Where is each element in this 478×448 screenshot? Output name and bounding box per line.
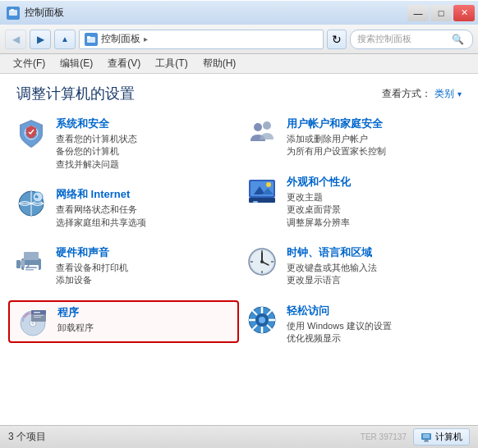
accessibility-desc: 使用 Windows 建议的设置 优化视频显示 bbox=[287, 320, 392, 345]
hardware-text: 硬件和声音 查看设备和打印机 添加设备 bbox=[56, 245, 128, 287]
refresh-button[interactable]: ↻ bbox=[327, 30, 347, 49]
title-bar-left: 控制面板 bbox=[7, 6, 64, 20]
accessibility-title: 轻松访问 bbox=[287, 304, 392, 318]
window-title: 控制面板 bbox=[25, 6, 64, 20]
hardware-icon bbox=[15, 245, 48, 278]
close-button[interactable]: ✕ bbox=[453, 5, 475, 21]
appearance-text: 外观和个性化 更改主题 更改桌面背景 调整屏幕分辨率 bbox=[287, 175, 351, 229]
cp-item-user-accounts[interactable]: 用户帐户和家庭安全 添加或删除用户帐户 为所有用户设置家长控制 bbox=[239, 113, 470, 162]
cp-item-network[interactable]: 网络和 Internet 查看网络状态和任务 选择家庭组和共享选项 bbox=[8, 184, 239, 232]
svg-rect-13 bbox=[16, 260, 21, 268]
programs-text: 程序 卸载程序 bbox=[57, 305, 94, 334]
svg-rect-22 bbox=[34, 315, 44, 316]
cp-item-system-security[interactable]: 系统和安全 查看您的计算机状态 备份您的计算机 查找并解决问题 bbox=[8, 113, 239, 174]
watermark-text: TER 397137 bbox=[361, 432, 407, 441]
svg-rect-3 bbox=[87, 36, 90, 39]
address-text: 控制面板 bbox=[101, 32, 140, 46]
maximize-button[interactable]: □ bbox=[430, 5, 452, 21]
menu-view[interactable]: 查看(V) bbox=[101, 55, 147, 72]
computer-button[interactable]: 计算机 bbox=[413, 428, 470, 446]
cp-item-accessibility[interactable]: 轻松访问 使用 Windows 建议的设置 优化视频显示 bbox=[239, 300, 470, 349]
up-button[interactable]: ▲ bbox=[54, 30, 76, 49]
appearance-icon bbox=[246, 175, 278, 208]
menu-tools[interactable]: 工具(T) bbox=[149, 55, 194, 72]
svg-rect-9 bbox=[24, 252, 39, 260]
network-desc: 查看网络状态和任务 选择家庭组和共享选项 bbox=[56, 203, 146, 229]
svg-point-37 bbox=[260, 260, 264, 263]
programs-desc: 卸载程序 bbox=[57, 322, 94, 334]
menu-file[interactable]: 文件(F) bbox=[7, 55, 52, 72]
address-arrow: ▸ bbox=[144, 34, 148, 43]
view-mode-label: 查看方式： bbox=[382, 87, 431, 101]
user-accounts-icon bbox=[246, 117, 278, 149]
svg-rect-56 bbox=[425, 440, 428, 441]
computer-label: 计算机 bbox=[435, 431, 462, 443]
content-area: 调整计算机的设置 查看方式： 类别 ▾ bbox=[0, 74, 478, 425]
address-field[interactable]: 控制面板 ▸ bbox=[79, 30, 324, 49]
title-bar-icon bbox=[7, 7, 20, 20]
status-right: TER 397137 计算机 bbox=[361, 428, 470, 446]
network-text: 网络和 Internet 查看网络状态和任务 选择家庭组和共享选项 bbox=[56, 187, 146, 229]
menu-edit[interactable]: 编辑(E) bbox=[53, 55, 99, 72]
view-mode-dropdown-icon[interactable]: ▾ bbox=[457, 89, 462, 98]
page-title: 调整计算机的设置 bbox=[16, 84, 135, 103]
status-bar: 3 个项目 TER 397137 计算机 bbox=[0, 425, 478, 448]
svg-point-52 bbox=[259, 317, 265, 323]
system-security-icon bbox=[15, 117, 48, 149]
svg-rect-31 bbox=[249, 198, 275, 203]
title-bar: 控制面板 — □ ✕ bbox=[0, 0, 478, 25]
network-title: 网络和 Internet bbox=[56, 187, 146, 202]
view-mode-value[interactable]: 类别 bbox=[434, 87, 454, 101]
menu-help[interactable]: 帮助(H) bbox=[196, 55, 243, 72]
user-accounts-title: 用户帐户和家庭安全 bbox=[287, 117, 386, 131]
svg-rect-54 bbox=[423, 434, 430, 438]
hardware-desc: 查看设备和打印机 添加设备 bbox=[56, 262, 128, 287]
programs-title: 程序 bbox=[57, 305, 94, 320]
control-panel-grid: 系统和安全 查看您的计算机状态 备份您的计算机 查找并解决问题 bbox=[0, 107, 478, 425]
address-bar: ◀ ▶ ▲ 控制面板 ▸ ↻ 搜索控制面板 🔍 bbox=[0, 25, 478, 54]
search-placeholder: 搜索控制面板 bbox=[357, 33, 446, 45]
svg-point-30 bbox=[266, 182, 271, 187]
svg-point-18 bbox=[31, 322, 34, 325]
hardware-title: 硬件和声音 bbox=[56, 245, 128, 260]
item-count: 3 个项目 bbox=[8, 430, 46, 444]
cp-item-hardware[interactable]: 硬件和声音 查看设备和打印机 添加设备 bbox=[8, 242, 239, 290]
appearance-desc: 更改主题 更改桌面背景 调整屏幕分辨率 bbox=[287, 191, 351, 229]
search-button[interactable]: 🔍 bbox=[449, 31, 466, 48]
back-button[interactable]: ◀ bbox=[5, 30, 26, 49]
user-accounts-desc: 添加或删除用户帐户 为所有用户设置家长控制 bbox=[287, 133, 386, 158]
system-security-text: 系统和安全 查看您的计算机状态 备份您的计算机 查找并解决问题 bbox=[56, 117, 137, 171]
clock-language-title: 时钟、语言和区域 bbox=[287, 245, 377, 260]
svg-rect-1 bbox=[11, 9, 14, 11]
forward-button[interactable]: ▶ bbox=[30, 30, 51, 49]
network-icon bbox=[15, 187, 48, 220]
svg-rect-12 bbox=[25, 269, 34, 271]
address-folder-icon bbox=[85, 33, 98, 46]
svg-rect-21 bbox=[34, 312, 40, 313]
cp-item-clock-language[interactable]: 时钟、语言和区域 更改键盘或其他输入法 更改显示语言 bbox=[239, 242, 470, 290]
left-column: 系统和安全 查看您的计算机状态 备份您的计算机 查找并解决问题 bbox=[8, 113, 239, 418]
search-field[interactable]: 搜索控制面板 🔍 bbox=[350, 30, 473, 49]
right-column: 用户帐户和家庭安全 添加或删除用户帐户 为所有用户设置家长控制 bbox=[239, 113, 470, 418]
system-security-desc: 查看您的计算机状态 备份您的计算机 查找并解决问题 bbox=[56, 133, 137, 171]
system-security-title: 系统和安全 bbox=[56, 117, 137, 131]
clock-language-icon bbox=[246, 245, 278, 278]
minimize-button[interactable]: — bbox=[407, 5, 429, 21]
accessibility-text: 轻松访问 使用 Windows 建议的设置 优化视频显示 bbox=[287, 304, 392, 345]
clock-language-desc: 更改键盘或其他输入法 更改显示语言 bbox=[287, 262, 377, 287]
svg-point-24 bbox=[254, 123, 262, 131]
svg-rect-23 bbox=[34, 317, 41, 318]
svg-rect-32 bbox=[253, 201, 258, 203]
page-header: 调整计算机的设置 查看方式： 类别 ▾ bbox=[0, 74, 478, 107]
svg-rect-0 bbox=[9, 10, 17, 16]
user-accounts-text: 用户帐户和家庭安全 添加或删除用户帐户 为所有用户设置家长控制 bbox=[287, 117, 386, 158]
computer-icon bbox=[421, 432, 432, 442]
view-mode-selector: 查看方式： 类别 ▾ bbox=[382, 87, 462, 101]
appearance-title: 外观和个性化 bbox=[287, 175, 351, 190]
title-bar-controls: — □ ✕ bbox=[407, 5, 475, 21]
cp-item-appearance[interactable]: 外观和个性化 更改主题 更改桌面背景 调整屏幕分辨率 bbox=[239, 171, 470, 232]
clock-language-text: 时钟、语言和区域 更改键盘或其他输入法 更改显示语言 bbox=[287, 245, 377, 287]
programs-icon bbox=[16, 305, 49, 338]
cp-item-programs[interactable]: 程序 卸载程序 bbox=[8, 300, 239, 343]
menu-bar: 文件(F) 编辑(E) 查看(V) 工具(T) 帮助(H) bbox=[0, 54, 478, 74]
